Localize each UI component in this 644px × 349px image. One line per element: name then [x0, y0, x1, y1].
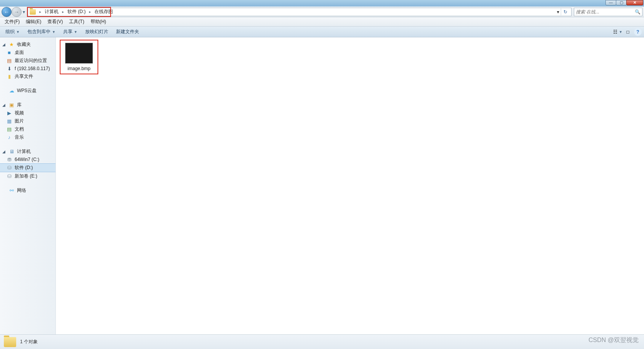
- title-bar: — ▢ ✕: [0, 0, 644, 7]
- drive-icon: ⛁: [6, 173, 12, 180]
- forward-arrow-icon: →: [14, 9, 19, 15]
- view-mode-button[interactable]: ☷▼: [614, 28, 622, 36]
- breadcrumb-computer[interactable]: 计算机: [43, 8, 60, 16]
- preview-pane-icon: □: [626, 29, 629, 35]
- sidebar-item-videos[interactable]: ▶视频: [0, 109, 55, 117]
- collapse-icon: ◢: [2, 42, 6, 47]
- menu-help[interactable]: 帮助(H): [87, 17, 109, 26]
- include-in-library-button[interactable]: 包含到库中▼: [24, 27, 59, 36]
- recent-places-icon: ▤: [6, 58, 12, 64]
- watermark: CSDN @双翌视觉: [589, 336, 639, 344]
- maximize-button[interactable]: ▢: [616, 0, 627, 5]
- sidebar-item-shared[interactable]: ▮共享文件: [0, 72, 55, 81]
- collapse-icon: ◢: [2, 103, 6, 107]
- nav-buttons: ← → ▾: [2, 7, 26, 17]
- sidebar-item-pictures[interactable]: ▦图片: [0, 117, 55, 125]
- sidebar-favorites-header[interactable]: ◢★收藏夹: [0, 40, 55, 49]
- help-button[interactable]: ?: [634, 28, 642, 36]
- sidebar-libraries-header[interactable]: ◢▣库: [0, 101, 55, 109]
- sidebar-item-drive-c[interactable]: ⛃64Win7 (C:): [0, 156, 55, 163]
- view-mode-icon: ☷: [613, 29, 617, 35]
- breadcrumb-separator: ▸: [87, 10, 93, 14]
- library-icon: ▣: [8, 102, 15, 108]
- sidebar-item-documents[interactable]: ▤文档: [0, 125, 55, 133]
- new-folder-button[interactable]: 新建文件夹: [113, 27, 142, 36]
- chevron-down-icon: ▼: [16, 30, 20, 34]
- breadcrumb-folder[interactable]: 在线存图: [93, 8, 114, 16]
- search-input[interactable]: [576, 9, 635, 15]
- content-pane[interactable]: image.bmp: [56, 37, 644, 334]
- main-body: ◢★收藏夹 ■桌面 ▤最近访问的位置 ⬇f (192.168.0.117) ▮共…: [0, 37, 644, 334]
- menu-view[interactable]: 查看(V): [44, 17, 66, 26]
- computer-icon: 🖥: [8, 149, 15, 155]
- annotation-highlight-file: [60, 40, 98, 74]
- window-controls: — ▢ ✕: [606, 0, 643, 5]
- collapse-icon: ◢: [2, 149, 6, 154]
- minimize-button[interactable]: —: [605, 0, 616, 5]
- menu-edit[interactable]: 编辑(E): [23, 17, 44, 26]
- breadcrumb-separator: ▸: [37, 10, 43, 14]
- back-button[interactable]: ←: [2, 7, 12, 17]
- close-icon: ✕: [633, 1, 636, 5]
- close-button[interactable]: ✕: [626, 0, 643, 5]
- maximize-icon: ▢: [620, 1, 623, 5]
- sidebar-computer-header[interactable]: ◢🖥计算机: [0, 148, 55, 156]
- sidebar-item-drive-d[interactable]: ⛁软件 (D:): [0, 163, 55, 172]
- search-box[interactable]: 🔍: [574, 8, 642, 16]
- sidebar-item-network-share[interactable]: ⬇f (192.168.0.117): [0, 65, 55, 72]
- download-icon: ⬇: [6, 65, 12, 72]
- drive-icon: ⛃: [6, 156, 12, 163]
- menu-bar: 文件(F) 编辑(E) 查看(V) 工具(T) 帮助(H): [0, 17, 644, 27]
- file-item-image[interactable]: image.bmp: [61, 41, 97, 73]
- sidebar-item-music[interactable]: ♪音乐: [0, 133, 55, 141]
- documents-icon: ▤: [6, 126, 12, 133]
- folder-icon: ▮: [6, 74, 12, 80]
- preview-pane-button[interactable]: □: [624, 28, 632, 36]
- menu-file[interactable]: 文件(F): [2, 17, 23, 26]
- desktop-icon: ■: [6, 50, 12, 56]
- chevron-down-icon: ▼: [74, 30, 77, 34]
- details-pane: 1 个对象: [0, 334, 644, 349]
- search-icon[interactable]: 🔍: [635, 9, 641, 15]
- sidebar-network-header[interactable]: ⚯网络: [0, 186, 55, 195]
- forward-button[interactable]: →: [12, 7, 22, 17]
- sidebar-item-drive-e[interactable]: ⛁新加卷 (E:): [0, 172, 55, 180]
- navigation-row: ← → ▾ ▸ 计算机 ▸ 软件 (D:) ▸ 在线存图 ▾ ↻ 🔍: [0, 7, 644, 17]
- back-arrow-icon: ←: [4, 9, 9, 15]
- breadcrumb-separator: ▸: [60, 10, 66, 14]
- cloud-icon: ☁: [8, 88, 15, 94]
- slideshow-button[interactable]: 放映幻灯片: [82, 27, 111, 36]
- music-icon: ♪: [6, 134, 12, 141]
- menu-tools[interactable]: 工具(T): [66, 17, 87, 26]
- drive-icon: ⛁: [6, 165, 12, 171]
- details-text: 1 个对象: [20, 339, 38, 345]
- sidebar-cloud-header[interactable]: ☁WPS云盘: [0, 87, 55, 95]
- address-bar[interactable]: ▸ 计算机 ▸ 软件 (D:) ▸ 在线存图 ▾ ↻: [28, 8, 572, 16]
- share-button[interactable]: 共享▼: [60, 27, 81, 36]
- folder-icon: [4, 337, 16, 347]
- address-dropdown[interactable]: ▾: [556, 8, 560, 15]
- network-icon: ⚯: [8, 188, 15, 194]
- help-icon: ?: [636, 29, 639, 35]
- chevron-down-icon: ▼: [52, 30, 55, 34]
- sidebar-item-recent[interactable]: ▤最近访问的位置: [0, 57, 55, 65]
- organize-button[interactable]: 组织▼: [2, 27, 23, 36]
- chevron-down-icon: ▼: [619, 30, 622, 34]
- star-icon: ★: [8, 42, 15, 48]
- sidebar-item-desktop[interactable]: ■桌面: [0, 49, 55, 57]
- breadcrumb-drive[interactable]: 软件 (D:): [66, 8, 87, 16]
- pictures-icon: ▦: [6, 118, 12, 124]
- videos-icon: ▶: [6, 110, 12, 116]
- chevron-down-icon: ▾: [23, 9, 25, 15]
- navigation-pane[interactable]: ◢★收藏夹 ■桌面 ▤最近访问的位置 ⬇f (192.168.0.117) ▮共…: [0, 37, 56, 334]
- refresh-button[interactable]: ↻: [561, 8, 570, 15]
- command-bar: 组织▼ 包含到库中▼ 共享▼ 放映幻灯片 新建文件夹 ☷▼ □ ?: [0, 27, 644, 37]
- folder-icon: [30, 9, 36, 15]
- nav-history-dropdown[interactable]: ▾: [22, 9, 26, 15]
- minimize-icon: —: [609, 1, 613, 5]
